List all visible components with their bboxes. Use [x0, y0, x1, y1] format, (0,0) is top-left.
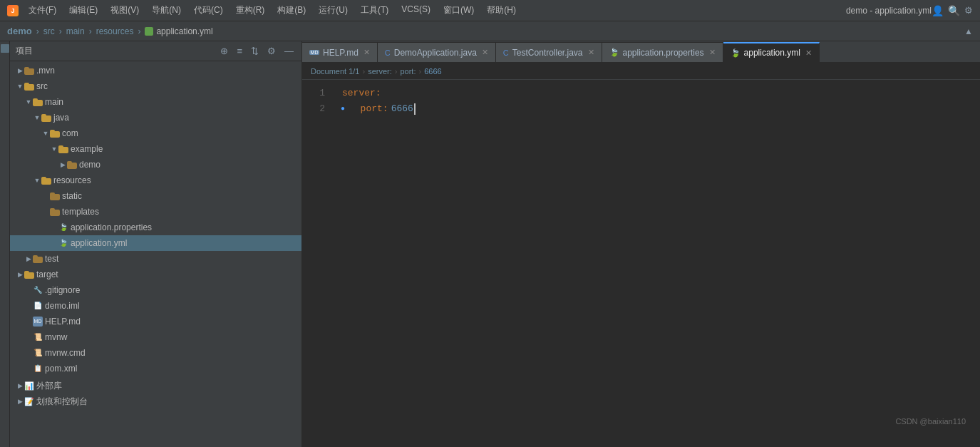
tab-help-md[interactable]: MD HELP.md ✕ — [302, 42, 378, 62]
tree-label-test: test — [45, 254, 58, 264]
arrow-ext-libs: ▶ — [16, 382, 24, 389]
menu-tools[interactable]: 工具(T) — [355, 3, 394, 18]
project-panel: 项目 ⊕ ≡ ⇅ ⚙ — ▶ .mvn ▼ — [10, 41, 302, 447]
menu-file[interactable]: 文件(F) — [23, 3, 62, 18]
folder-icon-example — [58, 145, 68, 153]
tree-label-static: static — [62, 191, 82, 201]
tree-item-main[interactable]: ▼ main — [10, 94, 301, 110]
menu-vcs[interactable]: VCS(S) — [396, 3, 436, 18]
tree-label-ext-libs: 外部库 — [36, 380, 62, 392]
tree-label-help-md: HELP.md — [45, 317, 81, 327]
tab-close-help-md[interactable]: ✕ — [363, 48, 370, 57]
toolbar-list-btn[interactable]: ≡ — [234, 45, 244, 57]
menu-navigate[interactable]: 导航(N) — [146, 3, 187, 18]
nav-sep-1: › — [36, 26, 39, 36]
folder-icon-mvn — [24, 67, 34, 75]
nav-active-file[interactable]: application.yml — [156, 26, 212, 36]
title-bar: J 文件(F) 编辑(E) 视图(V) 导航(N) 代码(C) 重构(R) 构建… — [0, 0, 980, 21]
nav-project[interactable]: demo — [7, 26, 32, 36]
tree-item-mvnw-cmd[interactable]: ▶ 📜 mvnw.cmd — [10, 345, 301, 361]
arrow-demo-folder: ▶ — [58, 161, 67, 168]
toolbar-add-btn[interactable]: ⊕ — [218, 45, 230, 57]
tree-item-java[interactable]: ▼ java — [10, 110, 301, 125]
arrow-com: ▼ — [41, 130, 50, 137]
tree-item-scratch[interactable]: ▶ 📝 划痕和控制台 — [10, 394, 301, 409]
menu-run[interactable]: 运行(U) — [313, 3, 354, 18]
toolbar-collapse-btn[interactable]: — — [282, 45, 296, 57]
port-indent — [349, 101, 361, 117]
menu-code[interactable]: 代码(C) — [188, 3, 229, 18]
file-tree: ▶ .mvn ▼ src ▼ — [10, 61, 301, 447]
tab-test-controller[interactable]: C TestController.java ✕ — [496, 42, 602, 62]
tab-app-props[interactable]: 🍃 application.properties ✕ — [602, 42, 723, 62]
nav-src[interactable]: src — [43, 26, 55, 36]
tree-item-templates[interactable]: ▶ templates — [10, 204, 301, 220]
tree-item-test[interactable]: ▶ test — [10, 251, 301, 267]
tree-item-demo-iml[interactable]: ▶ 📄 demo.iml — [10, 298, 301, 314]
main-layout: 项目 ⊕ ≡ ⇅ ⚙ — ▶ .mvn ▼ — [0, 41, 980, 447]
breadcrumb-port-key[interactable]: port: — [400, 67, 416, 76]
nav-sep-2: › — [59, 26, 62, 36]
tree-label-app-props: application.properties — [71, 222, 152, 232]
md-tab-icon: MD — [309, 50, 319, 55]
editor-breadcrumb: Document 1/1 › server: › port: › 6666 — [302, 63, 980, 80]
menu-refactor[interactable]: 重构(R) — [230, 3, 271, 18]
tree-item-demo-folder[interactable]: ▶ demo — [10, 157, 301, 173]
iml-file-icon: 📄 — [33, 301, 43, 311]
menu-build[interactable]: 构建(B) — [272, 3, 311, 18]
menu-help[interactable]: 帮助(H) — [481, 3, 522, 18]
tree-label-mvn: .mvn — [36, 66, 55, 76]
tree-item-help-md[interactable]: ▶ MD HELP.md — [10, 314, 301, 329]
tab-app-yml[interactable]: 🍃 application.yml ✕ — [723, 42, 820, 62]
tree-item-resources[interactable]: ▼ resources — [10, 173, 301, 188]
settings-icon[interactable]: ⚙ — [964, 5, 973, 16]
tree-item-ext-libs[interactable]: ▶ 📊 外部库 — [10, 378, 301, 394]
tree-item-src[interactable]: ▼ src — [10, 78, 301, 94]
arrow-resources: ▼ — [33, 177, 41, 184]
java-tab-icon-test: C — [503, 48, 509, 57]
tree-item-mvn[interactable]: ▶ .mvn — [10, 63, 301, 78]
breadcrumb-server[interactable]: server: — [368, 67, 392, 76]
breadcrumb-port-val[interactable]: 6666 — [424, 67, 441, 76]
menu-view[interactable]: 视图(V) — [105, 3, 145, 18]
search-everywhere-icon[interactable]: 🔍 — [948, 5, 960, 16]
tree-item-app-yml[interactable]: ▶ 🍃 application.yml — [10, 235, 301, 251]
nav-resources[interactable]: resources — [96, 26, 134, 36]
tab-close-test-controller[interactable]: ✕ — [588, 48, 594, 57]
doc-info: Document 1/1 — [311, 67, 359, 76]
tree-item-mvnw[interactable]: ▶ 📜 mvnw — [10, 329, 301, 345]
tree-item-gitignore[interactable]: ▶ 🔧 .gitignore — [10, 282, 301, 298]
tree-label-com: com — [62, 128, 78, 138]
folder-icon-java — [41, 114, 51, 122]
window-title: demo - application.yml — [846, 6, 932, 16]
tab-close-app-props[interactable]: ✕ — [709, 48, 716, 57]
toolbar-settings-btn[interactable]: ⚙ — [265, 45, 278, 57]
tab-close-demo-java[interactable]: ✕ — [482, 48, 488, 57]
menu-window[interactable]: 窗口(W) — [438, 3, 480, 18]
tree-item-app-props[interactable]: ▶ 🍃 application.properties — [10, 220, 301, 235]
code-editor[interactable]: server: ● port: 6666 — [331, 80, 980, 447]
folder-icon-resources — [41, 177, 51, 185]
toolbar-sort-btn[interactable]: ⇅ — [249, 45, 261, 57]
sidebar-toggle-btn[interactable] — [1, 44, 9, 53]
tree-item-example[interactable]: ▼ example — [10, 141, 301, 157]
yml-file-icon: 🍃 — [58, 238, 68, 248]
md-file-icon: MD — [33, 317, 43, 327]
editor-area: MD HELP.md ✕ C DemoApplication.java ✕ C … — [302, 41, 980, 447]
tab-demo-java[interactable]: C DemoApplication.java ✕ — [378, 42, 496, 62]
menu-edit[interactable]: 编辑(E) — [63, 3, 103, 18]
libs-bar-icon: 📊 — [24, 381, 34, 391]
text-cursor — [414, 103, 416, 115]
tree-item-com[interactable]: ▼ com — [10, 125, 301, 141]
tab-label-test-controller: TestController.java — [512, 48, 583, 58]
expand-icon[interactable]: ▲ — [964, 26, 973, 36]
nav-sep-3: › — [89, 26, 92, 36]
nav-main[interactable]: main — [66, 26, 85, 36]
tree-label-templates: templates — [62, 207, 99, 217]
user-icon[interactable]: 👤 — [932, 5, 944, 16]
tab-close-app-yml[interactable]: ✕ — [805, 48, 812, 58]
folder-icon-target — [24, 271, 34, 279]
tree-item-target[interactable]: ▶ target — [10, 267, 301, 282]
tree-item-pom-xml[interactable]: ▶ 📋 pom.xml — [10, 361, 301, 376]
tree-item-static[interactable]: ▶ static — [10, 188, 301, 204]
